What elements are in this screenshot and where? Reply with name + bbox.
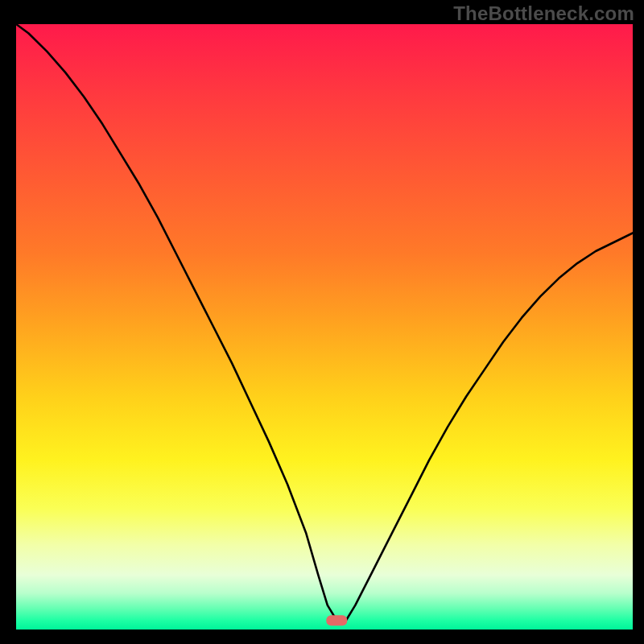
gradient-rect (16, 24, 633, 630)
optimum-marker (326, 615, 347, 625)
chart-svg (16, 24, 633, 630)
plot-area (16, 24, 633, 630)
watermark-text: TheBottleneck.com (453, 2, 634, 25)
chart-root: TheBottleneck.com (0, 0, 644, 644)
